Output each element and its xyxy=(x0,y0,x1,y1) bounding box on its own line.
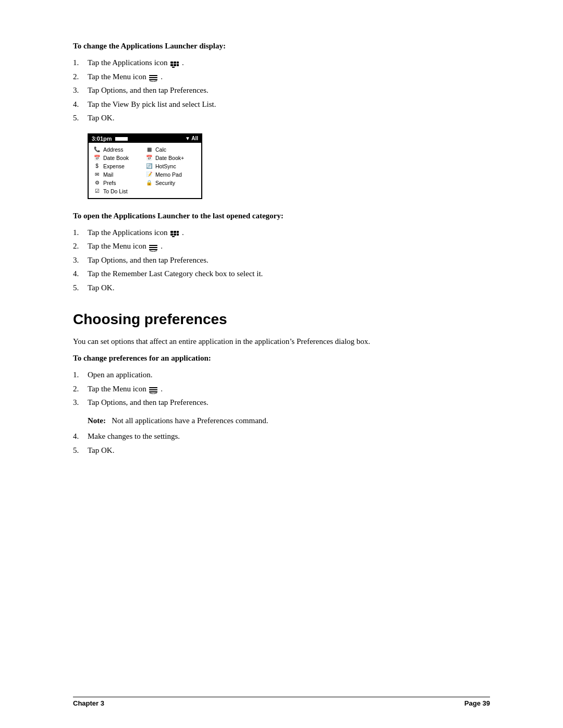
menu-icon-3 xyxy=(149,386,158,393)
device-screenshot: 3:01pm ▼ All 📞 Address ▦ Calc 📅 Date Boo… xyxy=(88,133,202,199)
svg-rect-16 xyxy=(172,236,175,237)
svg-rect-15 xyxy=(177,233,179,236)
step-3-2: 2. Tap the Menu icon . xyxy=(73,382,490,396)
device-app-prefs: ⚙ Prefs xyxy=(93,179,145,187)
address-icon: 📞 xyxy=(93,146,101,152)
applications-icon-1 xyxy=(170,60,179,67)
menu-icon-1 xyxy=(149,73,158,81)
device-app-security: 🔒 Security xyxy=(145,179,197,187)
step-3-4: 4. Make changes to the settings. xyxy=(73,429,490,443)
section2-heading: To open the Applications Launcher to the… xyxy=(73,212,490,220)
svg-rect-19 xyxy=(149,249,157,250)
device-app-address: 📞 Address xyxy=(93,146,145,153)
section-open-launcher-category: To open the Applications Launcher to the… xyxy=(73,212,490,295)
svg-rect-7 xyxy=(149,75,157,76)
step-2-4: 4. Tap the Remember Last Category check … xyxy=(73,267,490,281)
step-3-1: 1. Open an application. xyxy=(73,368,490,382)
svg-rect-9 xyxy=(149,79,157,80)
hotsync-icon: 🔄 xyxy=(145,163,153,169)
mail-icon: ✉ xyxy=(93,171,101,177)
applications-icon-2 xyxy=(170,229,179,237)
memopad-icon: 📝 xyxy=(145,171,153,177)
step-1-3: 3. Tap Options, and then tap Preferences… xyxy=(73,83,490,97)
chapter-heading: Choosing preferences xyxy=(73,311,490,328)
svg-rect-11 xyxy=(174,231,176,233)
security-icon: 🔒 xyxy=(145,180,153,186)
section3-steps-after: 4. Make changes to the settings. 5. Tap … xyxy=(73,429,490,457)
device-app-grid: 📞 Address ▦ Calc 📅 Date Book 📅 Date Book… xyxy=(89,143,201,198)
svg-rect-14 xyxy=(174,233,176,236)
device-app-todolist: ☑ To Do List xyxy=(93,188,145,195)
step-1-2-text-after: . xyxy=(161,72,163,81)
svg-rect-3 xyxy=(170,64,173,66)
svg-rect-21 xyxy=(149,389,157,390)
datebook-icon: 📅 xyxy=(93,155,101,161)
device-category-dropdown: ▼ All xyxy=(185,135,198,141)
section-change-preferences: To change preferences for an application… xyxy=(73,354,490,457)
step-1-4: 4. Tap the View By pick list and select … xyxy=(73,97,490,112)
device-app-datebook: 📅 Date Book xyxy=(93,154,145,162)
section2-steps: 1. Tap the Applications icon . 2. Tap th… xyxy=(73,226,490,295)
device-app-expense: $ Expense xyxy=(93,163,145,170)
device-time: 3:01pm xyxy=(92,135,128,142)
device-app-memopad: 📝 Memo Pad xyxy=(145,171,197,178)
svg-rect-17 xyxy=(149,245,157,246)
footer-chapter: Chapter 3 xyxy=(73,699,104,707)
section1-steps: 1. Tap the Applications icon . 2. Tap th… xyxy=(73,56,490,125)
section-change-launcher: To change the Applications Launcher disp… xyxy=(73,42,490,199)
step-1-1-text-after: . xyxy=(182,58,184,67)
section1-heading: To change the Applications Launcher disp… xyxy=(73,42,490,51)
svg-rect-4 xyxy=(174,64,176,66)
footer-page: Page 39 xyxy=(464,699,490,707)
device-app-mail: ✉ Mail xyxy=(93,171,145,178)
expense-icon: $ xyxy=(93,163,101,169)
page-footer: Chapter 3 Page 39 xyxy=(73,697,490,707)
svg-rect-20 xyxy=(149,387,157,388)
step-3-5: 5. Tap OK. xyxy=(73,443,490,458)
svg-rect-13 xyxy=(170,233,173,236)
calc-icon: ▦ xyxy=(145,146,153,152)
todolist-icon: ☑ xyxy=(93,188,101,194)
note-text: Not all applications have a Preferences … xyxy=(108,416,268,425)
device-app-hotsync: 🔄 HotSync xyxy=(145,163,197,170)
step-2-5: 5. Tap OK. xyxy=(73,281,490,295)
step-2-1: 1. Tap the Applications icon . xyxy=(73,226,490,240)
svg-rect-6 xyxy=(172,67,175,68)
step-2-2: 2. Tap the Menu icon . xyxy=(73,239,490,253)
step-1-1: 1. Tap the Applications icon . xyxy=(73,56,490,70)
svg-rect-0 xyxy=(170,61,173,64)
step-1-2-text-before: Tap the Menu icon xyxy=(88,72,148,81)
section3-heading: To change preferences for an application… xyxy=(73,354,490,363)
step-1-5: 5. Tap OK. xyxy=(73,111,490,125)
datebookplus-icon: 📅 xyxy=(145,155,153,161)
svg-rect-5 xyxy=(177,64,179,66)
note: Note: Not all applications have a Prefer… xyxy=(88,415,490,427)
device-app-calc: ▦ Calc xyxy=(145,146,197,153)
svg-rect-10 xyxy=(170,231,173,233)
svg-rect-18 xyxy=(149,247,157,248)
device-app-datebookplus: 📅 Date Book+ xyxy=(145,154,197,162)
svg-rect-8 xyxy=(149,77,157,78)
svg-rect-1 xyxy=(174,61,176,64)
step-1-2: 2. Tap the Menu icon . xyxy=(73,70,490,84)
prefs-icon: ⚙ xyxy=(93,180,101,186)
step-2-1-text-before: Tap the Applications icon xyxy=(88,228,169,237)
svg-rect-22 xyxy=(149,391,157,392)
svg-rect-12 xyxy=(177,231,179,233)
step-3-3: 3. Tap Options, and then tap Preferences… xyxy=(73,396,490,410)
device-title-bar: 3:01pm ▼ All xyxy=(89,134,201,143)
step-2-3: 3. Tap Options, and then tap Preferences… xyxy=(73,253,490,267)
svg-rect-2 xyxy=(177,61,179,64)
section3-steps: 1. Open an application. 2. Tap the Menu … xyxy=(73,368,490,410)
chapter-body: You can set options that affect an entir… xyxy=(73,335,490,348)
step-1-1-text-before: Tap the Applications icon xyxy=(88,58,169,67)
note-label: Note: xyxy=(88,416,106,425)
menu-icon-2 xyxy=(149,243,158,251)
